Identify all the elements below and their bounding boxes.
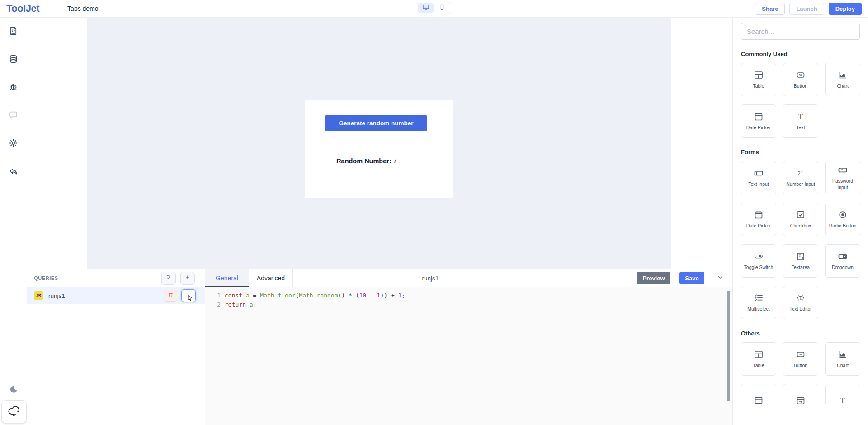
widget-card-chart[interactable]: Chart (825, 342, 860, 376)
widget-card-chart[interactable]: Chart (825, 63, 860, 96)
widget-card-multiselect[interactable]: Multiselect (741, 286, 776, 319)
widget-card-text-icon[interactable]: T (825, 384, 860, 417)
support-chat-launcher[interactable] (1, 400, 27, 424)
widget-card-checkbox[interactable]: Checkbox (783, 203, 818, 236)
widget-label: Table (753, 83, 764, 90)
gear-icon (8, 138, 19, 148)
launch-button[interactable]: Launch (789, 3, 824, 15)
widget-card-calendar-icon[interactable] (783, 384, 818, 417)
toggle-icon (753, 251, 764, 262)
datepicker-icon (753, 111, 764, 122)
code-text: const a = Math.floor(Math.random() * (10… (225, 291, 405, 300)
widget-card-date-picker[interactable]: Date Picker (741, 104, 776, 138)
device-layout-toggle (417, 2, 451, 14)
comment-nav-button[interactable] (0, 101, 27, 129)
bug-icon (8, 82, 19, 92)
preview-button[interactable]: Preview (637, 272, 670, 284)
database-nav-button[interactable] (0, 45, 27, 73)
widget-label: Text (796, 125, 805, 131)
widget-section-title: Others (741, 330, 860, 337)
widget-card-toggle-switch[interactable]: Toggle Switch (741, 244, 776, 278)
widget-sections: Commonly UsedTableOKButtonChartDate Pick… (741, 51, 860, 417)
widget-card-number-input[interactable]: 2Number Input (783, 161, 818, 194)
query-panel: QUERIES JSrunjs1 GeneralAdvanced runjs1 … (27, 269, 732, 425)
file-code-nav-button[interactable] (0, 17, 27, 45)
widget-card-table[interactable]: Table (741, 342, 776, 376)
text-editor-icon: T (795, 293, 806, 303)
share-button[interactable]: Share (755, 3, 785, 15)
run-query-button[interactable] (181, 289, 196, 302)
modal-icon (753, 395, 764, 406)
undo-nav-button[interactable] (0, 157, 27, 185)
query-list: JSrunjs1 (27, 287, 205, 304)
svg-text:2: 2 (797, 170, 801, 176)
query-editor-tab-bar: GeneralAdvanced runjs1 Preview Save (205, 269, 732, 287)
tooljet-logo[interactable]: ToolJet (6, 3, 39, 14)
button-icon: OK (795, 349, 806, 360)
topbar-actions: Share Launch Deploy (755, 3, 862, 15)
save-button[interactable]: Save (679, 272, 704, 284)
number-input-icon: 2 (795, 168, 806, 179)
bug-nav-button[interactable] (0, 73, 27, 101)
gear-nav-button[interactable] (0, 129, 27, 157)
widget-label: Date Picker (746, 125, 771, 131)
query-row-runjs1[interactable]: JSrunjs1 (27, 287, 205, 304)
chart-icon (837, 349, 848, 360)
widget-card-textarea[interactable]: TTextarea (783, 244, 818, 278)
svg-text:OK: OK (799, 74, 802, 76)
chart-icon (837, 70, 848, 80)
widget-card-radio-button[interactable]: Radio Button (825, 203, 860, 236)
code-text: return a; (225, 300, 256, 309)
deploy-button[interactable]: Deploy (829, 3, 862, 15)
multiselect-icon (753, 293, 764, 303)
query-name: runjs1 (48, 293, 65, 299)
random-number-value: 7 (393, 157, 397, 165)
widget-label: Multiselect (747, 306, 770, 312)
widget-section-title: Commonly Used (741, 51, 860, 57)
widget-card-password-input[interactable]: **Password Input (825, 161, 860, 194)
text-icon: T (795, 111, 806, 122)
dark-mode-toggle[interactable] (0, 384, 27, 396)
query-search-button[interactable] (161, 272, 176, 285)
code-line[interactable]: 2return a; (205, 300, 732, 309)
widget-card-dropdown[interactable]: Dropdown (825, 244, 860, 278)
widget-card-text-editor[interactable]: TText Editor (783, 286, 818, 319)
widget-card-text-input[interactable]: Text Input (741, 161, 776, 194)
code-line[interactable]: 1const a = Math.floor(Math.random() * (1… (205, 291, 732, 300)
tab-advanced[interactable]: Advanced (249, 269, 293, 287)
widget-card-modal-icon[interactable] (741, 384, 776, 417)
random-number-text[interactable]: Random Number: 7 (312, 157, 421, 165)
query-list-header: QUERIES (27, 269, 205, 287)
widget-label: Text Input (748, 181, 769, 188)
code-editor[interactable]: 1const a = Math.floor(Math.random() * (1… (205, 287, 732, 425)
delete-query-button[interactable] (164, 290, 177, 302)
widget-label: Dropdown (832, 264, 854, 271)
editor-scrollbar[interactable] (727, 291, 730, 401)
desktop-layout-button[interactable] (418, 3, 434, 13)
widget-label: Text Editor (789, 306, 812, 312)
widget-card-table[interactable]: Table (741, 63, 776, 96)
line-number: 1 (205, 291, 225, 300)
tab-general[interactable]: General (205, 269, 249, 287)
comment-icon (8, 110, 19, 120)
container-widget[interactable]: Generate random number Random Number: 7 (305, 100, 453, 198)
tooljet-app-builder: ToolJet Tabs demo Share Launch Deploy Ge… (0, 0, 868, 425)
generate-random-number-button[interactable]: Generate random number (325, 115, 427, 131)
widget-search-input[interactable] (741, 23, 860, 40)
mobile-layout-button[interactable] (434, 3, 450, 13)
widget-grid: TableOKButtonChartDate PickerTText (741, 63, 860, 138)
app-title[interactable]: Tabs demo (67, 5, 98, 12)
widget-card-button[interactable]: OKButton (783, 342, 818, 376)
svg-text:T: T (840, 396, 845, 405)
collapse-panel-button[interactable] (716, 273, 724, 283)
widget-card-text[interactable]: TText (783, 104, 818, 138)
table-icon (753, 349, 764, 360)
app-canvas[interactable]: Generate random number Random Number: 7 (87, 17, 671, 269)
widget-card-button[interactable]: OKButton (783, 63, 818, 96)
widget-label: Button (794, 363, 807, 369)
left-toolbar (0, 17, 27, 425)
monitor-icon (422, 4, 429, 13)
widget-label: Toggle Switch (744, 264, 774, 271)
add-query-button[interactable] (180, 272, 195, 285)
widget-card-date-picker[interactable]: Date Picker (741, 203, 776, 236)
